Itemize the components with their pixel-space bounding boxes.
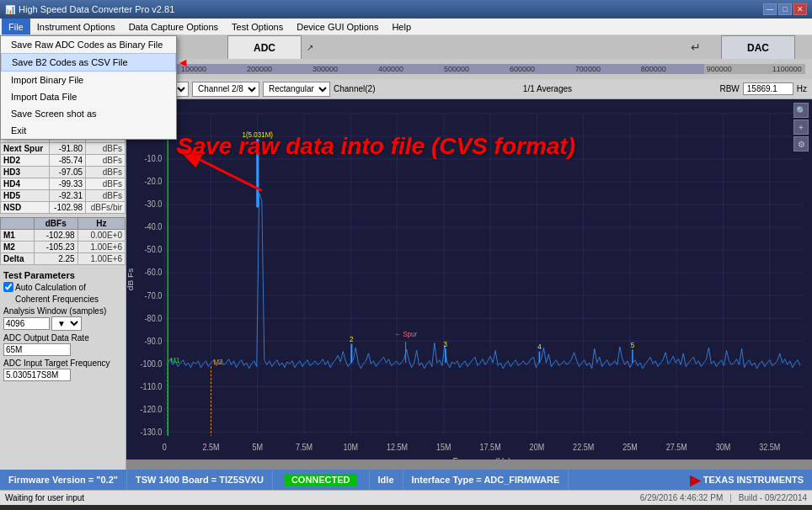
- metric-name: HD4: [1, 178, 50, 190]
- x-scroll-200000: 200000: [247, 65, 272, 73]
- titlebar: 📊 High Speed Data Converter Pro v2.81 — …: [0, 0, 812, 19]
- x-scroll-400000: 400000: [378, 65, 403, 73]
- svg-text:4: 4: [537, 343, 542, 352]
- marker-row: M1 -102.98 0.00E+0: [1, 230, 126, 242]
- svg-text:-50.0: -50.0: [145, 245, 163, 255]
- adc-export-icon[interactable]: ↗: [307, 43, 313, 52]
- adc-target-input[interactable]: [3, 369, 71, 381]
- tab-area: ADC ↗ ↵ DAC: [126, 35, 812, 59]
- file-dropdown-menu: Save Raw ADC Codes as Binary File Save B…: [0, 35, 177, 140]
- menu-test-options[interactable]: Test Options: [225, 19, 290, 35]
- tab-dac[interactable]: DAC: [721, 35, 795, 59]
- auto-calc-row: Auto Calculation of: [3, 282, 122, 292]
- marker-freq: 0.00E+0: [77, 230, 125, 242]
- close-button[interactable]: ✕: [793, 3, 807, 15]
- metric-value: -92.31: [49, 190, 85, 202]
- metrics-row: HD5 -92.31 dBFs: [1, 190, 126, 202]
- analysis-label: Analysis Window (samples): [3, 306, 122, 316]
- test-params: Test Parameters Auto Calculation of Cohe…: [0, 270, 126, 381]
- metric-name: HD2: [1, 155, 50, 167]
- auto-calc-checkbox[interactable]: [3, 282, 13, 292]
- rbw-unit: Hz: [797, 84, 807, 93]
- menu-exit[interactable]: Exit: [1, 122, 176, 139]
- svg-text:-90.0: -90.0: [145, 336, 163, 346]
- svg-text:10M: 10M: [344, 442, 359, 452]
- idle-status: Idle: [370, 470, 403, 490]
- metric-unit: dBFs: [86, 143, 126, 155]
- svg-text:2: 2: [350, 335, 354, 344]
- x-scroll-1100000: 1100000: [772, 65, 802, 73]
- svg-text:← Spur: ← Spur: [394, 329, 417, 338]
- metrics-row: HD3 -97.05 dBFs: [1, 167, 126, 178]
- metric-value: -102.98: [49, 202, 85, 214]
- firmware-status: Firmware Version = "0.2": [0, 470, 127, 490]
- ti-logo: ▶ TEXAS INSTRUMENTS: [681, 472, 812, 488]
- svg-text:M2: M2: [214, 358, 223, 367]
- svg-text:1(5.031M): 1(5.031M): [242, 130, 273, 140]
- svg-text:32.5M: 32.5M: [759, 442, 780, 452]
- zoom-icon[interactable]: 🔍: [793, 103, 809, 118]
- chart-area: ADC ↗ ↵ DAC 0 100000 200000 3000: [126, 35, 812, 470]
- menu-save-b2-csv[interactable]: Save B2 Codes as CSV File: [1, 53, 176, 72]
- svg-text:7.5M: 7.5M: [296, 442, 313, 452]
- bottombar: Waiting for user input 6/29/2016 4:46:32…: [0, 490, 812, 505]
- marker-value: -102.98: [34, 230, 77, 242]
- chart-svg: dB Fs 10.0 0.0 -10.0 -20.0 -30.0 -40.0 -…: [126, 99, 812, 460]
- menu-device-gui[interactable]: Device GUI Options: [290, 19, 385, 35]
- marker-col-name: [1, 218, 35, 230]
- marker-value: 2.25: [34, 253, 77, 265]
- menu-import-data[interactable]: Import Data File: [1, 88, 176, 105]
- metric-unit: dBFs/bir: [86, 202, 126, 214]
- auto-calc-label: Auto Calculation of: [15, 283, 86, 292]
- svg-text:-10.0: -10.0: [145, 154, 163, 164]
- separator: |: [729, 493, 732, 502]
- svg-text:dB Fs: dB Fs: [126, 268, 135, 291]
- analysis-dropdown[interactable]: ▼: [51, 316, 82, 331]
- chart-settings-icon[interactable]: ⚙: [793, 136, 809, 151]
- averages-label: 1/1 Averages: [523, 84, 572, 93]
- menubar: File Instrument Options Data Capture Opt…: [0, 19, 812, 35]
- metric-unit: dBFs: [86, 155, 126, 167]
- adc-target-label: ADC Input Target Frequency: [3, 359, 122, 368]
- chart-scrollbar[interactable]: [126, 460, 812, 470]
- svg-text:-130.0: -130.0: [141, 427, 163, 437]
- svg-text:15M: 15M: [436, 442, 451, 452]
- svg-text:-20.0: -20.0: [145, 177, 163, 187]
- adc-rate-input[interactable]: [3, 343, 71, 356]
- menu-data-capture[interactable]: Data Capture Options: [122, 19, 225, 35]
- window-select[interactable]: Rectangular: [263, 82, 330, 97]
- plus-icon[interactable]: +: [793, 120, 809, 135]
- svg-text:12.5M: 12.5M: [387, 442, 408, 452]
- marker-freq: 1.00E+6: [77, 253, 125, 265]
- x-scroll-800000: 800000: [641, 65, 666, 73]
- dac-icon[interactable]: ↵: [691, 40, 701, 54]
- svg-text:-110.0: -110.0: [141, 381, 163, 391]
- analysis-input[interactable]: [3, 317, 50, 330]
- marker-freq: 1.00E+6: [77, 242, 125, 253]
- x-scroll-600000: 600000: [510, 65, 535, 73]
- connection-status: CONNECTED: [273, 470, 370, 490]
- rbw-label: RBW: [719, 84, 739, 93]
- metrics-row: NSD -102.98 dBFs/bir: [1, 202, 126, 214]
- menu-save-screenshot[interactable]: Save Screen shot as: [1, 105, 176, 122]
- channel2-label: Channel(2): [334, 84, 375, 93]
- menu-import-binary[interactable]: Import Binary File: [1, 72, 176, 88]
- marker-value: -105.23: [34, 242, 77, 253]
- metric-value: -97.05: [49, 167, 85, 178]
- rbw-input[interactable]: [743, 82, 793, 95]
- menu-help[interactable]: Help: [385, 19, 418, 35]
- marker-name: M2: [1, 242, 35, 253]
- svg-text:3: 3: [444, 340, 448, 349]
- minimize-button[interactable]: —: [763, 3, 777, 15]
- menu-instrument-options[interactable]: Instrument Options: [30, 19, 122, 35]
- svg-text:20M: 20M: [530, 442, 545, 452]
- adc-rate-label: ADC Output Data Rate: [3, 333, 122, 343]
- menu-save-raw-adc[interactable]: Save Raw ADC Codes as Binary File: [1, 36, 176, 53]
- maximize-button[interactable]: □: [778, 3, 792, 15]
- menu-file[interactable]: File: [2, 19, 30, 35]
- app-icon: 📊: [5, 5, 15, 14]
- channel-select[interactable]: Channel 2/8: [192, 82, 259, 97]
- metric-name: HD5: [1, 190, 50, 202]
- svg-text:Frequency (Hz): Frequency (Hz): [453, 455, 511, 460]
- tab-adc[interactable]: ADC: [227, 35, 302, 59]
